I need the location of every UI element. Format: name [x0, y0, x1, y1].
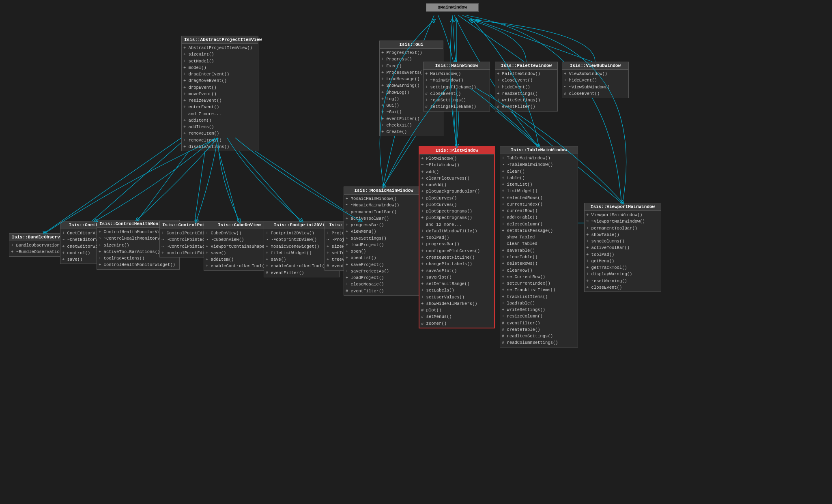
svg-line-6 [92, 138, 187, 221]
main-window-title: Isis::MainWindow [424, 62, 490, 70]
palette-window-box: Isis::PaletteWindow PaletteWindow() clos… [495, 62, 558, 112]
palette-window-body: PaletteWindow() closeEvent() hideEvent()… [495, 70, 557, 111]
view-sub-window-box: Isis::ViewSubWindow ViewSubWindow() hide… [562, 62, 629, 98]
viewport-main-window-box: Isis::ViewportMainWindow ViewportMainWin… [584, 203, 661, 292]
abstract-project-item-view-body: AbstractProjectItemView() sizeHint() set… [182, 44, 258, 151]
viewport-main-window-title: Isis::ViewportMainWindow [585, 203, 661, 211]
svg-line-2 [458, 15, 524, 62]
abstract-project-item-view-box: Isis::AbstractProjectItemView AbstractPr… [181, 36, 258, 151]
svg-line-0 [452, 15, 456, 62]
table-main-window-box: Isis::TableMainWindow TableMainWindow() … [500, 146, 578, 347]
view-sub-window-title: Isis::ViewSubWindow [562, 62, 628, 70]
svg-marker-1 [454, 58, 457, 62]
main-window-body: MainWindow() ~MainWindow() settingsFileN… [424, 70, 490, 111]
qmainwindow-title: QMainWindow [426, 4, 478, 11]
qmainwindow-box: QMainWindow [426, 3, 479, 12]
plot-window-title: Isis::PlotWindow [419, 147, 494, 154]
gui-title: Isis::Gui [380, 41, 443, 49]
plot-window-box: Isis::PlotWindow PlotWindow() ~ ~PlotWin… [419, 146, 495, 328]
view-sub-window-body: ViewSubWindow() hideEvent() ~ ~ViewSubWi… [562, 70, 628, 98]
abstract-project-item-view-title: Isis::AbstractProjectItemView [182, 36, 258, 44]
svg-line-4 [44, 138, 181, 233]
mosaic-main-window-body: MosaicMainWindow() ~ ~MosaicMainWindow()… [344, 195, 424, 295]
mosaic-main-window-box: Isis::MosaicMainWindow MosaicMainWindow(… [344, 187, 424, 296]
table-main-window-body: TableMainWindow() ~ ~TableMainWindow() c… [500, 154, 578, 347]
main-window-box: Isis::MainWindow MainWindow() ~MainWindo… [423, 62, 490, 112]
svg-line-3 [462, 15, 592, 62]
diagram-container: QMainWindow Isis::AbstractProjectItemVie… [0, 0, 832, 504]
plot-window-body: PlotWindow() ~ ~PlotWindow() add() clear… [419, 154, 494, 328]
table-main-window-title: Isis::TableMainWindow [500, 146, 578, 154]
palette-window-title: Isis::PaletteWindow [495, 62, 557, 70]
mosaic-main-window-title: Isis::MosaicMainWindow [344, 187, 424, 195]
viewport-main-window-body: ViewportMainWindow() ~ ~ViewportMainWind… [585, 211, 661, 292]
